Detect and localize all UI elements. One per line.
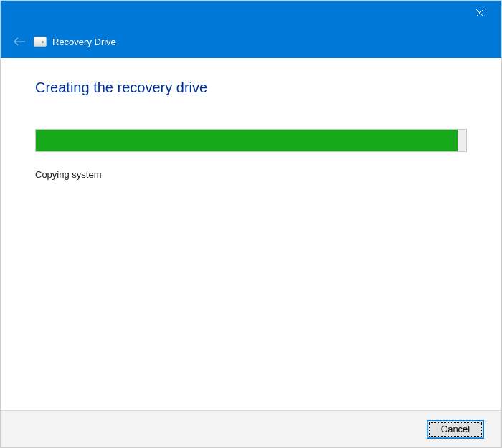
wizard-content: Creating the recovery drive Copying syst…	[1, 58, 501, 410]
title-bar	[1, 1, 501, 25]
progress-fill	[36, 130, 458, 151]
wizard-header: Recovery Drive	[1, 25, 501, 58]
wizard-footer: Cancel	[1, 410, 501, 447]
app-title: Recovery Drive	[52, 37, 116, 47]
drive-icon	[34, 37, 47, 47]
window-close-button[interactable]	[463, 1, 496, 25]
progress-bar	[35, 129, 467, 152]
back-button	[9, 32, 29, 52]
cancel-button[interactable]: Cancel	[427, 420, 484, 439]
back-arrow-icon	[13, 37, 26, 47]
status-text: Copying system	[35, 169, 467, 180]
close-icon	[475, 9, 484, 17]
page-title: Creating the recovery drive	[35, 80, 467, 96]
